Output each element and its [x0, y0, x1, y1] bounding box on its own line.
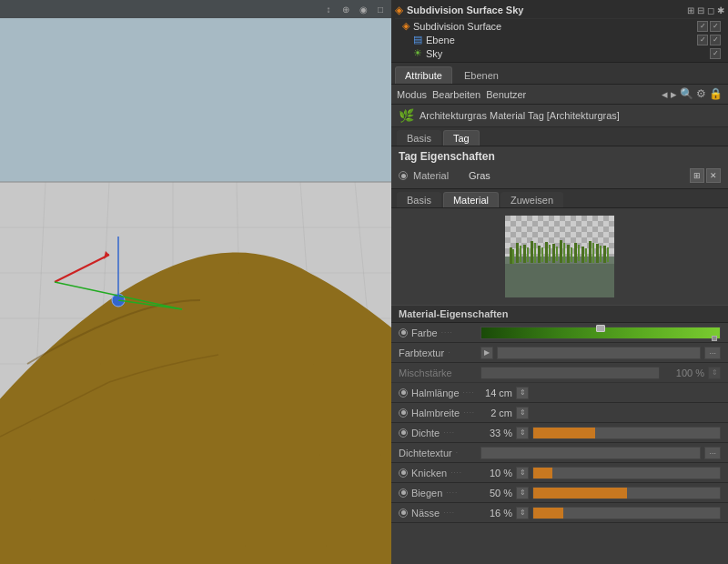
tab-tag[interactable]: Tag	[443, 130, 480, 146]
svg-rect-45	[520, 246, 521, 262]
svg-rect-56	[600, 246, 602, 262]
dichte-track[interactable]	[532, 427, 721, 439]
viewport-icon-2[interactable]: ⊕	[339, 2, 353, 16]
prop-knicken: Knicken ···· 10 % ⇕	[391, 463, 728, 483]
farbe-radio[interactable]	[399, 328, 408, 337]
biegen-spinner[interactable]: ⇕	[516, 487, 529, 499]
tree-title: Subdivision Surface Sky	[407, 5, 523, 15]
sky-checks: ✓	[710, 48, 721, 59]
halmlaenge-spinner[interactable]: ⇕	[516, 387, 529, 399]
toolbar-icon-search[interactable]: 🔍	[680, 87, 693, 101]
tab-basis[interactable]: Basis	[397, 130, 441, 146]
viewport-toolbar: ↕ ⊕ ◉ □	[0, 0, 391, 18]
tree-item-sky[interactable]: ☀ Sky ✓	[395, 46, 724, 60]
viewport-icon-1[interactable]: ↕	[321, 2, 336, 16]
biegen-track[interactable]	[532, 487, 721, 499]
halmlaenge-label: Halmlänge ····	[399, 388, 480, 398]
check-5[interactable]: ✓	[710, 48, 721, 59]
svg-rect-37	[560, 240, 562, 263]
biegen-radio[interactable]	[399, 488, 408, 498]
farbtextur-arrow[interactable]: ▶	[480, 347, 493, 359]
tree-icon-4[interactable]: ✱	[717, 5, 724, 15]
tree-icon-3[interactable]: ◻	[707, 5, 714, 15]
tree-icon-2[interactable]: ⊟	[697, 5, 704, 15]
mischstarke-fill	[481, 368, 659, 378]
tab-attribute[interactable]: Attribute	[395, 66, 452, 84]
dichtetextur-dots-btn[interactable]: ···	[704, 447, 721, 459]
svg-rect-57	[607, 247, 609, 262]
prop-dichtetextur: Dichtetextur · ···	[391, 443, 728, 463]
farbe-color[interactable]	[480, 327, 721, 339]
halmlaenge-radio[interactable]	[399, 388, 408, 398]
farbtextur-dots-btn[interactable]: ···	[704, 347, 721, 359]
knicken-track[interactable]	[532, 467, 721, 479]
tab-mat-material[interactable]: Material	[443, 192, 499, 207]
check-1[interactable]: ✓	[697, 21, 708, 32]
prop-naesse: Nässe ···· 16 % ⇕	[391, 503, 728, 523]
section-header: 🌿 Architekturgras Material Tag [Architek…	[391, 105, 728, 127]
svg-rect-44	[512, 249, 514, 264]
knicken-value: 10 %	[480, 468, 512, 478]
toolbar-icon-arrow-left[interactable]: ◂	[662, 87, 668, 101]
knicken-ctrl[interactable]: 10 % ⇕	[480, 467, 721, 479]
biegen-label: Biegen ····	[399, 488, 480, 499]
ebene-icon: ▤	[413, 34, 422, 45]
tree-icon-1[interactable]: ⊞	[687, 5, 694, 15]
svg-rect-40	[581, 247, 584, 263]
mat-props-title: Material-Eigenschaften	[391, 305, 728, 323]
halmbreite-spinner[interactable]: ⇕	[516, 407, 529, 419]
naesse-radio[interactable]	[399, 509, 408, 518]
svg-rect-46	[527, 247, 529, 262]
tab-mat-basis[interactable]: Basis	[397, 192, 441, 207]
viewport-icon-4[interactable]: □	[373, 2, 388, 16]
svg-rect-48	[541, 247, 543, 262]
object-tree-header: ◈ Subdivision Surface Sky ⊞ ⊟ ◻ ✱ ◈ Subd…	[391, 0, 728, 63]
material-radio[interactable]	[399, 171, 408, 180]
tree-item-subdiv[interactable]: ◈ Subdivision Surface ✓ ✓	[395, 19, 724, 33]
svg-rect-47	[534, 243, 536, 263]
tree-item-ebene[interactable]: ▤ Ebene ✓ ✓	[395, 33, 724, 46]
prop-farbtextur: Farbtextur · ▶ ···	[391, 343, 728, 363]
viewport-icon-3[interactable]: ◉	[356, 2, 370, 16]
farbtextur-ctrl[interactable]: ▶ ···	[480, 347, 721, 359]
svg-rect-32	[523, 245, 526, 263]
halmbreite-radio[interactable]	[399, 408, 408, 418]
svg-rect-30	[510, 247, 512, 266]
material-label: Material	[413, 170, 463, 181]
mischstarke-ctrl: 100 % ⇕	[480, 367, 721, 379]
3d-viewport[interactable]: ↕ ⊕ ◉ □	[0, 0, 391, 564]
biegen-ctrl[interactable]: 50 % ⇕	[480, 487, 721, 499]
prop-halmlaenge: Halmlänge ···· 14 cm ⇕	[391, 383, 728, 403]
toolbar-benutzer[interactable]: Benutzer	[486, 89, 526, 100]
toolbar-icon-gear[interactable]: ⚙	[696, 87, 706, 101]
toolbar-icon-arrow-right[interactable]: ▸	[671, 87, 677, 101]
mischstarke-spinner: ⇕	[708, 367, 721, 379]
check-2[interactable]: ✓	[710, 21, 721, 32]
halmlaenge-ctrl[interactable]: 14 cm ⇕	[480, 387, 721, 399]
check-3[interactable]: ✓	[697, 35, 708, 45]
toolbar-bearbeiten[interactable]: Bearbeiten	[432, 89, 480, 100]
naesse-ctrl[interactable]: 16 % ⇕	[480, 507, 721, 519]
dichte-spinner[interactable]: ⇕	[516, 427, 529, 439]
mat-btn-1[interactable]: ⊞	[690, 168, 704, 183]
halmbreite-ctrl[interactable]: 2 cm ⇕	[480, 407, 721, 419]
dichtetextur-ctrl[interactable]: ···	[480, 447, 721, 459]
svg-rect-52	[571, 247, 572, 262]
dichte-radio[interactable]	[399, 428, 408, 438]
toolbar-modus[interactable]: Modus	[397, 89, 427, 100]
naesse-track[interactable]	[532, 507, 721, 519]
dichte-value: 33 %	[480, 428, 512, 438]
dichte-ctrl[interactable]: 33 % ⇕	[480, 427, 721, 439]
grass-thumbnail[interactable]	[505, 216, 614, 297]
knicken-radio[interactable]	[399, 468, 408, 478]
check-4[interactable]: ✓	[710, 35, 721, 45]
mat-btn-2[interactable]: ✕	[706, 168, 721, 183]
tab-mat-zuweisen[interactable]: Zuweisen	[500, 192, 563, 207]
mischstarke-track	[480, 367, 660, 379]
naesse-spinner[interactable]: ⇕	[516, 507, 529, 519]
prop-farbe: Farbe ····	[391, 323, 728, 343]
prop-dichte: Dichte ···· 33 % ⇕	[391, 423, 728, 443]
toolbar-icon-lock[interactable]: 🔒	[709, 87, 723, 101]
tab-ebenen[interactable]: Ebenen	[454, 66, 509, 84]
knicken-spinner[interactable]: ⇕	[516, 467, 529, 479]
